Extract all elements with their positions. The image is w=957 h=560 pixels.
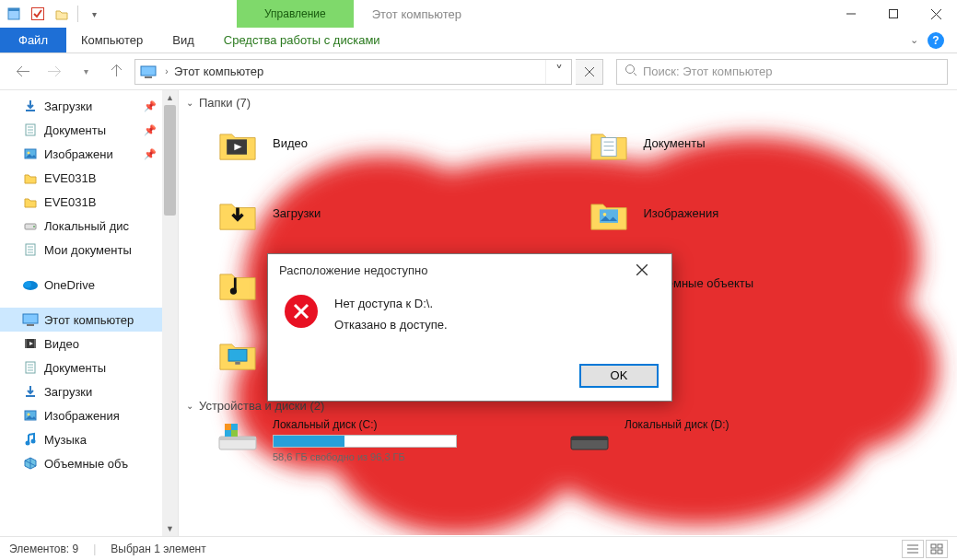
scroll-up-icon[interactable]: ▲ — [162, 90, 178, 105]
ribbon-expand-icon[interactable]: ⌄ — [910, 34, 918, 46]
contextual-tab-label: Управление — [237, 0, 354, 28]
titlebar: ▾ Управление Этот компьютер — [0, 0, 957, 28]
svg-rect-28 — [23, 314, 38, 323]
nav-up-button[interactable]: 🡡 — [103, 59, 131, 85]
dialog-close-button[interactable] — [624, 257, 660, 283]
tab-file[interactable]: Файл — [0, 28, 66, 52]
chevron-down-icon: ⌄ — [186, 401, 193, 411]
folder-icon — [216, 121, 260, 165]
doc-icon — [22, 122, 39, 138]
qat-checkbox-icon[interactable] — [28, 4, 48, 24]
sidebar-item-doc[interactable]: Документы📌 — [0, 118, 162, 142]
svg-rect-78 — [938, 550, 942, 554]
sidebar-item-doc[interactable]: Документы — [0, 356, 162, 379]
svg-rect-31 — [25, 339, 27, 348]
sidebar-item-picture[interactable]: Изображения — [0, 403, 162, 427]
sidebar-item-label: EVE031B — [44, 195, 96, 209]
svg-rect-29 — [27, 324, 34, 326]
svg-rect-66 — [219, 437, 256, 440]
folder-video[interactable]: Видео — [216, 121, 550, 165]
address-dropdown-icon[interactable]: ˅ — [545, 60, 571, 84]
sidebar-item-onedrive[interactable]: OneDrive — [0, 273, 162, 297]
svg-rect-71 — [571, 437, 608, 440]
folder-icon — [216, 191, 260, 235]
sidebar-item-video[interactable]: Видео — [0, 332, 162, 356]
sidebar-item-picture[interactable]: Изображени📌 — [0, 142, 162, 166]
tab-computer[interactable]: Компьютер — [66, 28, 158, 52]
view-icons-button[interactable] — [926, 540, 948, 558]
sidebar-item-drive[interactable]: Локальный дис — [0, 214, 162, 238]
folder-doc[interactable]: Документы — [587, 121, 921, 165]
maximize-button[interactable] — [872, 0, 915, 28]
picture-icon — [22, 407, 39, 424]
svg-rect-75 — [931, 544, 936, 548]
svg-point-27 — [24, 282, 31, 288]
sidebar-item-label: Документы — [44, 361, 106, 375]
sidebar-item-music[interactable]: Музыка — [0, 427, 162, 451]
status-item-count: Элементов: 9 — [9, 542, 78, 555]
sidebar-item-label: OneDrive — [44, 278, 95, 292]
dialog-title: Расположение недоступно — [279, 263, 427, 277]
sidebar-item-label: EVE031B — [44, 171, 96, 185]
folder-label: Изображения — [644, 206, 719, 220]
help-icon[interactable]: ? — [928, 32, 944, 49]
svg-point-60 — [602, 213, 606, 216]
sidebar-item-download[interactable]: Загрузки📌 — [0, 94, 162, 118]
folder-icon — [587, 121, 631, 165]
close-button[interactable] — [915, 0, 957, 28]
address-text[interactable]: Этот компьютер — [172, 64, 545, 78]
3d-icon — [22, 455, 39, 472]
scroll-thumb[interactable] — [164, 105, 176, 216]
sidebar-item-pc[interactable]: Этот компьютер — [0, 308, 162, 332]
svg-rect-1 — [8, 8, 19, 11]
search-box[interactable] — [616, 59, 948, 85]
folder-picture[interactable]: Изображения — [587, 191, 921, 235]
sidebar-item-folder[interactable]: EVE031B — [0, 166, 162, 190]
drive-c[interactable]: Локальный диск (C:) 58,6 ГБ свободно из … — [216, 418, 457, 462]
sidebar-item-label: Документы — [44, 123, 106, 137]
qat-newfolder-icon[interactable] — [52, 4, 72, 24]
tab-view[interactable]: Вид — [158, 28, 209, 52]
address-bar[interactable]: › Этот компьютер ˅ — [134, 59, 572, 85]
minimize-button[interactable] — [830, 0, 872, 28]
svg-rect-8 — [145, 76, 152, 78]
error-icon — [285, 295, 318, 328]
chevron-right-icon[interactable]: › — [161, 66, 172, 76]
pin-icon: 📌 — [144, 148, 157, 160]
sidebar-item-label: Этот компьютер — [44, 313, 134, 327]
sidebar-scrollbar[interactable]: ▲ ▼ — [162, 90, 178, 536]
svg-point-42 — [31, 439, 36, 444]
dialog-titlebar[interactable]: Расположение недоступно — [268, 254, 671, 286]
svg-point-61 — [230, 287, 237, 294]
svg-rect-77 — [931, 550, 936, 554]
search-input[interactable] — [643, 64, 939, 78]
nav-forward-button[interactable]: 🡢 — [41, 59, 68, 85]
sidebar-item-label: Загрузки — [44, 385, 92, 399]
sidebar-item-folder[interactable]: EVE031B — [0, 190, 162, 214]
qat-properties-icon[interactable] — [4, 4, 24, 24]
drive-c-sublabel: 58,6 ГБ свободно из 96,3 ГБ — [273, 451, 457, 462]
dialog-ok-button[interactable]: OK — [579, 364, 659, 388]
folder-download[interactable]: Загрузки — [216, 191, 550, 235]
nav-history-button[interactable]: ▾ — [72, 59, 99, 85]
drive-d[interactable]: Локальный диск (D:) — [567, 418, 729, 462]
drive-c-label: Локальный диск (C:) — [273, 418, 457, 431]
sidebar-item-download[interactable]: Загрузки — [0, 379, 162, 403]
nav-back-button[interactable]: 🡠 — [9, 59, 37, 85]
sidebar-item-3d[interactable]: Объемные объ — [0, 451, 162, 475]
picture-icon — [22, 146, 39, 162]
folder-label: Загрузки — [273, 206, 321, 220]
navigation-pane: Загрузки📌Документы📌Изображени📌EVE031BEVE… — [0, 90, 179, 536]
scroll-down-icon[interactable]: ▼ — [162, 521, 178, 536]
qat-customize-icon[interactable]: ▾ — [84, 4, 104, 24]
view-details-button[interactable] — [902, 540, 924, 558]
drive-d-label: Локальный диск (D:) — [624, 418, 729, 431]
folder-label: Документы — [644, 136, 706, 150]
refresh-button[interactable] — [576, 59, 603, 85]
sidebar-item-label: Локальный дис — [44, 219, 129, 233]
window-title: Этот компьютер — [354, 0, 830, 28]
tab-drive-tools[interactable]: Средства работы с дисками — [209, 28, 395, 52]
doc-icon — [22, 241, 39, 258]
sidebar-item-doc[interactable]: Мои документы — [0, 238, 162, 262]
dialog-message-line1: Нет доступа к D:\. — [334, 293, 448, 314]
